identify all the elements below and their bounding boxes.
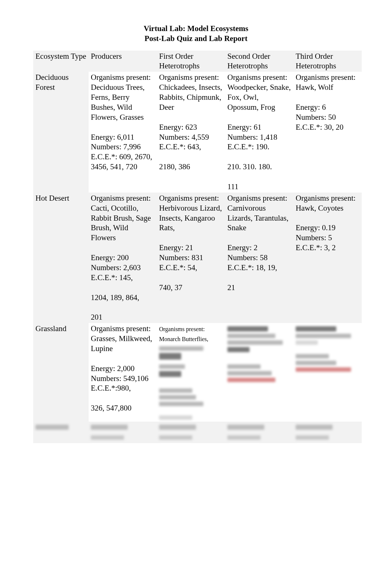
col-header-ecosystem: Ecosystem Type [33, 51, 89, 72]
next-row-label [33, 422, 89, 443]
col-header-first-order: First Order Heterotrophs [157, 51, 225, 72]
cell-grassland-third [293, 323, 362, 422]
grassland-first-text: Organisms present: Monarch Butterflies, [159, 326, 208, 342]
blur-line [227, 425, 264, 430]
blurred-content [227, 324, 291, 383]
ecosystem-table: Ecosystem Type Producers First Order Het… [33, 51, 362, 443]
cell-grassland-second [225, 323, 293, 422]
blur-line [159, 395, 196, 399]
blur-line [159, 388, 192, 393]
next-row-cell [89, 422, 157, 443]
blur-line [227, 364, 261, 369]
blur-line [296, 425, 333, 430]
blur-line [159, 425, 196, 430]
blur-line [227, 378, 275, 382]
document-title: Virtual Lab: Model Ecosystems Post-Lab Q… [33, 24, 359, 44]
blur-line [296, 354, 329, 358]
blur-line [159, 402, 203, 406]
blur-line [35, 425, 69, 430]
col-header-second-order: Second Order Heterotrophs [225, 51, 293, 72]
next-row-cell [225, 422, 293, 443]
table-row: Hot Desert Organisms present: Cacti, Oco… [33, 193, 362, 323]
col-header-producers: Producers [89, 51, 157, 72]
table-header-row: Ecosystem Type Producers First Order Het… [33, 51, 362, 72]
blur-line [227, 326, 268, 331]
blur-line [159, 346, 203, 351]
blur-line [159, 371, 181, 377]
row-label-grassland: Grassland [33, 323, 89, 422]
blur-line [91, 435, 124, 440]
cell-hotdesert-third: Organisms present: Hawk, Coyotes Energy:… [293, 193, 362, 323]
blur-line [296, 361, 336, 365]
blurred-content [159, 344, 223, 421]
col-header-third-order: Third Order Heterotrophs [293, 51, 362, 72]
next-row-cell [293, 422, 362, 443]
table-row [33, 422, 362, 443]
cell-deciduous-second: Organisms present: Woodpecker, Snake, Fo… [225, 72, 293, 193]
blur-line [227, 435, 261, 440]
cell-hotdesert-first: Organisms present: Herbivorous Lizard, I… [157, 193, 225, 323]
blur-line [159, 364, 185, 369]
blur-line [159, 415, 192, 420]
cell-hotdesert-second: Organisms present: Carnivorous Lizards, … [225, 193, 293, 323]
blur-line [227, 340, 283, 345]
blur-line [227, 371, 272, 375]
blur-line [227, 334, 275, 338]
blur-line [227, 347, 250, 352]
blur-line [296, 334, 351, 338]
blur-line [159, 353, 181, 360]
blurred-content [296, 324, 360, 373]
row-label-hot-desert: Hot Desert [33, 193, 89, 323]
title-line-1: Virtual Lab: Model Ecosystems [144, 24, 248, 33]
blur-line [159, 435, 192, 440]
blur-line [91, 425, 128, 430]
cell-grassland-producers: Organisms present: Grasses, Milkweed, Lu… [89, 323, 157, 422]
cell-hotdesert-producers: Organisms present: Cacti, Ocotillo, Rabb… [89, 193, 157, 323]
blur-line [296, 435, 329, 440]
row-label-deciduous: Deciduous Forest [33, 72, 89, 193]
table-row: Deciduous Forest Organisms present: Deci… [33, 72, 362, 193]
blur-line [296, 367, 351, 372]
cell-grassland-first: Organisms present: Monarch Butterflies, [157, 323, 225, 422]
blur-line [296, 340, 318, 345]
next-row-cell [157, 422, 225, 443]
blur-line [296, 326, 336, 331]
cell-deciduous-first: Organisms present: Chickadees, Insects, … [157, 72, 225, 193]
table-row: Grassland Organisms present: Grasses, Mi… [33, 323, 362, 422]
title-line-2: Post-Lab Quiz and Lab Report [145, 34, 248, 43]
cell-deciduous-third: Organisms present: Hawk, Wolf Energy: 6 … [293, 72, 362, 193]
cell-deciduous-producers: Organisms present: Deciduous Trees, Fern… [89, 72, 157, 193]
